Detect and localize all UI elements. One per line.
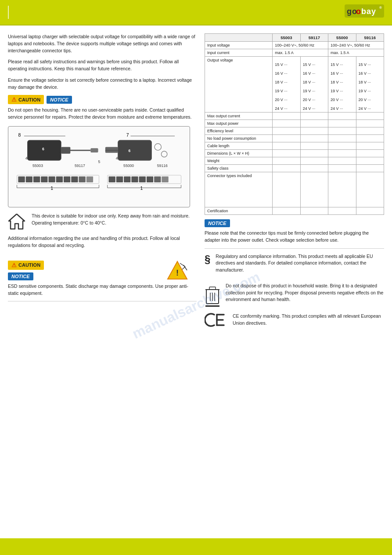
svg-rect-34 bbox=[48, 176, 55, 182]
cell-val bbox=[300, 120, 328, 127]
cell-label: Weight bbox=[205, 157, 273, 165]
caution-badge-2: ⚠ CAUTION bbox=[8, 261, 44, 270]
cell-val bbox=[300, 135, 328, 142]
svg-rect-45 bbox=[131, 176, 138, 182]
svg-rect-32 bbox=[33, 176, 40, 182]
cell-val bbox=[328, 127, 356, 135]
cell-label: Safety class bbox=[205, 165, 273, 172]
col-header-59117: 59117 bbox=[300, 34, 328, 42]
svg-text:6: 6 bbox=[42, 147, 44, 151]
cell-val bbox=[300, 142, 328, 150]
cell-val bbox=[356, 150, 384, 157]
logo: go o bay ® bbox=[345, 4, 384, 20]
cell-val bbox=[356, 165, 384, 172]
table-row: Efficiency level bbox=[205, 127, 384, 135]
cell-val bbox=[356, 207, 384, 215]
svg-rect-35 bbox=[56, 176, 63, 182]
notice-label-1: NOTICE bbox=[50, 97, 68, 102]
caution-text-1: Do not open the housing. There are no us… bbox=[8, 107, 197, 121]
main-content: Universal laptop charger with selectable… bbox=[0, 25, 392, 363]
spec-table: 55003 59117 55000 59116 Input voltage 10… bbox=[205, 33, 384, 215]
cell-val bbox=[356, 120, 384, 127]
svg-rect-13 bbox=[118, 140, 152, 160]
cell-val bbox=[273, 112, 300, 120]
house-icon bbox=[8, 213, 25, 231]
svg-text:4: 4 bbox=[116, 156, 118, 160]
cell-59116-output: 15 V ··· 16 V ··· 18 V ··· 19 V ··· 20 V… bbox=[356, 57, 384, 112]
notice-badge-right: NOTICE bbox=[205, 219, 230, 227]
section-text: Regulatory and compliance information. T… bbox=[216, 253, 384, 274]
cell-val bbox=[300, 165, 328, 172]
svg-point-16 bbox=[155, 144, 161, 150]
col-header-55000: 55000 bbox=[328, 34, 356, 42]
cell-val bbox=[356, 127, 384, 135]
cell-val bbox=[356, 142, 384, 150]
cell-connector-55000 bbox=[328, 172, 356, 207]
cell-val bbox=[273, 150, 300, 157]
svg-text:8: 8 bbox=[18, 132, 21, 138]
cell-val bbox=[300, 207, 328, 215]
svg-rect-33 bbox=[41, 176, 47, 182]
warning-icon-2: ⚠ bbox=[11, 262, 17, 268]
warning-icon-1: ⚠ bbox=[11, 96, 17, 103]
cell-val bbox=[328, 207, 356, 215]
cell-label: Dimensions (L × W × H) bbox=[205, 150, 273, 157]
badge-row-2: ⚠ CAUTION bbox=[8, 261, 44, 270]
cell-connector-55003 bbox=[273, 172, 300, 207]
table-row: Input voltage 100–240 V~, 50/60 Hz 100–2… bbox=[205, 42, 384, 49]
cell-val bbox=[273, 207, 300, 215]
description-text: Please read all safety instructions and … bbox=[8, 58, 197, 73]
svg-text:3: 3 bbox=[58, 154, 60, 159]
col-header-55003: 55003 bbox=[273, 34, 300, 42]
table-row: Safety class bbox=[205, 165, 384, 172]
weee-icon bbox=[205, 286, 220, 307]
cell-label: Max output power bbox=[205, 120, 273, 127]
cell-val bbox=[328, 112, 356, 120]
ce-mark bbox=[205, 312, 227, 332]
svg-text:bay: bay bbox=[361, 7, 376, 16]
ce-block: CE conformity marking. This product comp… bbox=[205, 312, 384, 332]
svg-text:59117: 59117 bbox=[75, 163, 85, 167]
svg-text:2: 2 bbox=[58, 150, 60, 155]
svg-rect-30 bbox=[18, 176, 25, 182]
svg-point-17 bbox=[161, 151, 167, 157]
cell-val: 100–240 V~, 50/60 Hz bbox=[273, 42, 328, 49]
badge-row-notice-2: NOTICE bbox=[8, 272, 44, 280]
table-row: Certification bbox=[205, 207, 384, 215]
cell-val bbox=[300, 127, 328, 135]
notice-right-label: NOTICE bbox=[208, 221, 227, 226]
safety-text: Ensure the voltage selector is set corre… bbox=[8, 77, 197, 91]
header-line bbox=[8, 6, 9, 19]
cell-val bbox=[300, 150, 328, 157]
cell-label: No load power consumption bbox=[205, 135, 273, 142]
cell-val bbox=[328, 120, 356, 127]
col-header-property bbox=[205, 34, 273, 42]
cell-label: Certification bbox=[205, 207, 273, 215]
indoor-use-section: This device is suitable for indoor use o… bbox=[8, 213, 197, 231]
table-row: Max output power bbox=[205, 120, 384, 127]
cell-label: Connector types included bbox=[205, 172, 273, 207]
weee-block: Do not dispose of this product in househ… bbox=[205, 283, 384, 308]
caution-label-1: CAUTION bbox=[18, 97, 40, 102]
cell-val bbox=[328, 142, 356, 150]
svg-rect-48 bbox=[154, 176, 161, 182]
svg-text:o: o bbox=[356, 7, 361, 16]
cell-val bbox=[300, 157, 328, 165]
cell-55000-output: 15 V ··· 16 V ··· 18 V ··· 19 V ··· 20 V… bbox=[328, 57, 356, 112]
cell-val bbox=[273, 135, 300, 142]
svg-rect-43 bbox=[116, 176, 123, 182]
cell-val: max. 1.5 A bbox=[328, 49, 384, 57]
table-row: Weight bbox=[205, 157, 384, 165]
divider-bottom bbox=[8, 301, 197, 301]
svg-text:7: 7 bbox=[126, 132, 129, 138]
caution-badge-1: ⚠ CAUTION bbox=[8, 95, 44, 104]
device-diagram: 8 7 bbox=[8, 126, 190, 207]
header: go o bay ® bbox=[0, 0, 392, 25]
svg-rect-31 bbox=[26, 176, 32, 182]
svg-rect-42 bbox=[109, 176, 115, 182]
section-block: § Regulatory and compliance information.… bbox=[205, 253, 384, 278]
svg-rect-37 bbox=[71, 176, 78, 182]
right-column: 55003 59117 55000 59116 Input voltage 10… bbox=[205, 33, 384, 336]
svg-rect-12 bbox=[90, 148, 98, 152]
col-header-59116: 59116 bbox=[356, 34, 384, 42]
